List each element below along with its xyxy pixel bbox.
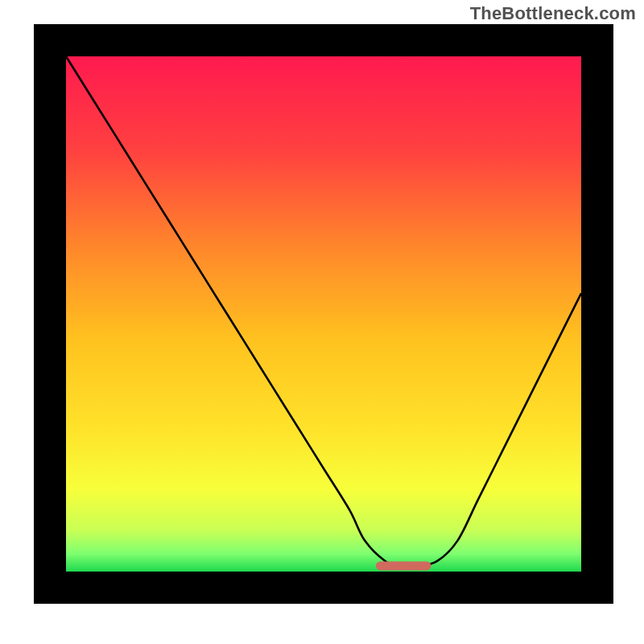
chart-container: TheBottleneck.com [0, 0, 644, 644]
watermark-text: TheBottleneck.com [470, 3, 636, 24]
gradient-background [66, 56, 581, 572]
plot-area [50, 40, 597, 588]
bottleneck-chart [0, 0, 644, 644]
